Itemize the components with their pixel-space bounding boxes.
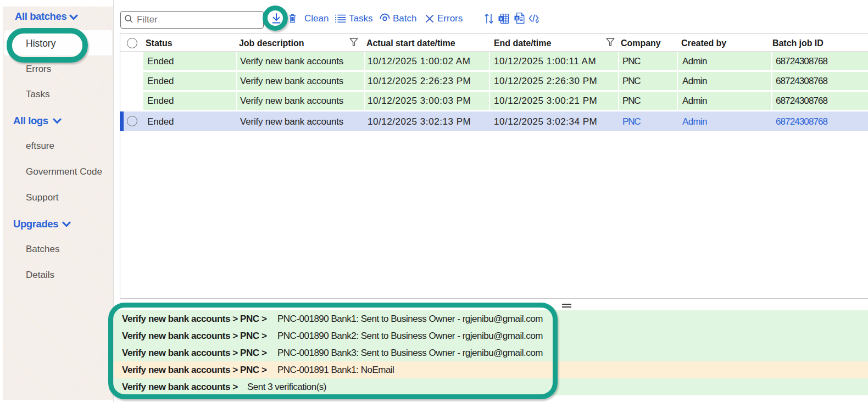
svg-text:X: X [515, 16, 518, 21]
svg-text:X: X [500, 16, 503, 21]
